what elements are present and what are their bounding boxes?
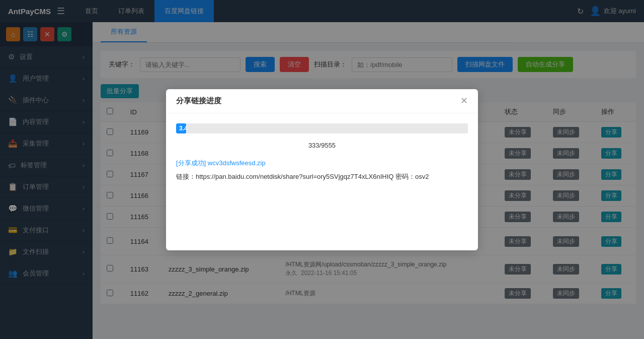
dialog-header: 分享链接进度 ✕ [166,89,478,113]
progress-count: 333/9555 [176,142,468,149]
dialog-overlay: 分享链接进度 ✕ 3.4 333/9555 [分享成功] wcv3dsfwsfe… [0,0,644,339]
progress-log: [分享成功] wcv3dsfwsfeesd.zip 链接：https://pan… [176,157,468,183]
dialog-body: 3.4 333/9555 [分享成功] wcv3dsfwsfeesd.zip 链… [166,113,478,250]
success-label: [分享成功] wcv3dsfwsfeesd.zip [176,159,266,167]
link-text: 链接：https://pan.baidu.com/netdisk/share?s… [176,173,429,180]
log-line-success: [分享成功] wcv3dsfwsfeesd.zip [176,157,468,169]
progress-bar-container: 3.4 [176,123,468,133]
dialog-title: 分享链接进度 [176,96,221,106]
share-progress-dialog: 分享链接进度 ✕ 3.4 333/9555 [分享成功] wcv3dsfwsfe… [166,89,478,250]
progress-label: 3.4 [179,125,188,132]
dialog-close-button[interactable]: ✕ [460,96,468,105]
log-line-link: 链接：https://pan.baidu.com/netdisk/share?s… [176,171,468,182]
